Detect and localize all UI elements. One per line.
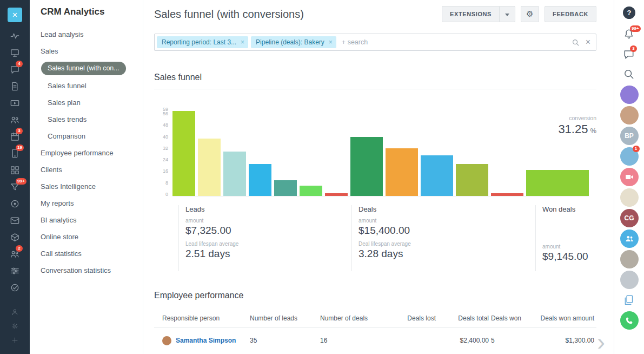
funnel-bar-leads[interactable] [223, 152, 246, 196]
automation-icon[interactable] [10, 266, 20, 276]
sidebar-item[interactable]: Online store [30, 228, 143, 245]
apps-icon[interactable] [10, 165, 20, 175]
avatar[interactable] [620, 106, 639, 124]
funnel-section: Sales funnel conversion 31.25% 081624324… [143, 73, 614, 271]
funnel-bar-leads[interactable] [172, 111, 195, 196]
avatar[interactable] [620, 188, 639, 207]
tasks-icon[interactable] [10, 283, 20, 293]
column-header[interactable]: Deals won amount [537, 314, 596, 322]
add-icon[interactable] [11, 336, 19, 344]
sidebar-item[interactable]: Clients [30, 161, 143, 178]
avatar-bp[interactable]: BP [620, 127, 639, 145]
copy-icon[interactable] [623, 294, 635, 306]
notification-badge: 99+ [630, 25, 641, 32]
messenger-icon[interactable]: 4 [10, 64, 20, 75]
workgroups-icon[interactable] [10, 115, 20, 125]
filter-chip[interactable]: Reporting period: Last 3...× [157, 36, 248, 48]
funnel-bar-won-deals[interactable] [526, 170, 589, 196]
stat-amount-value: $9,145.00 [542, 251, 596, 263]
sidebar-item-label: My reports [41, 199, 74, 207]
employee-section-title: Employee performance [154, 291, 596, 300]
next-page-chevron[interactable]: › [597, 330, 605, 354]
sidebar-item-label: BI analytics [41, 216, 76, 224]
remove-chip-icon[interactable]: × [329, 38, 333, 46]
sidebar-item[interactable]: Sales Intelligence [30, 178, 143, 195]
table-cell: 35 [250, 337, 320, 344]
remove-chip-icon[interactable]: × [241, 38, 244, 46]
sidebar-item[interactable]: Sales [30, 43, 143, 60]
sidebar-item[interactable]: Sales plan [30, 94, 143, 111]
sidebar-item[interactable]: Sales trends [30, 111, 143, 128]
users-app-icon[interactable] [620, 230, 639, 248]
close-button[interactable]: × [8, 8, 22, 22]
sidebar: CRM Analytics Lead analysisSalesSales fu… [30, 0, 143, 354]
person-link[interactable]: Samantha Simpson [176, 337, 236, 344]
funnel-bar-deals[interactable] [491, 193, 523, 196]
stat-lifespan-value: 2.51 days [185, 248, 335, 260]
video-icon[interactable] [10, 98, 20, 108]
filter-search-placeholder[interactable]: + search [342, 38, 572, 46]
funnel-bar-deals[interactable] [421, 155, 453, 196]
funnel-bar-deals[interactable] [456, 164, 488, 196]
table-body: Samantha Simpson3516$2,400.005$1,300.00 [154, 328, 596, 353]
mobile-icon[interactable]: 19 [10, 148, 20, 159]
sidebar-menu: Lead analysisSalesSales funnel (with con… [30, 26, 143, 279]
funnel-bar-leads[interactable] [300, 186, 322, 196]
sidebar-item[interactable]: Call statistics [30, 245, 143, 262]
avatar[interactable] [620, 271, 639, 289]
settings-button[interactable]: ⚙ [521, 6, 539, 22]
funnel-bar-leads[interactable] [198, 139, 221, 196]
mail-icon[interactable] [10, 215, 20, 226]
sidebar-item[interactable]: Sales funnel [30, 77, 143, 94]
call-button[interactable] [620, 311, 639, 330]
sidebar-item[interactable]: Employee performance [30, 145, 143, 161]
funnel-bar-leads[interactable] [274, 180, 297, 196]
profile-icon[interactable] [11, 308, 19, 316]
marketing-icon[interactable] [10, 199, 20, 209]
avatar-cg[interactable]: CG [620, 209, 639, 227]
person-cell: Samantha Simpson [154, 336, 250, 345]
video-app-icon[interactable] [620, 168, 639, 186]
filter-bar[interactable]: Reporting period: Last 3...×Pipeline (de… [154, 34, 596, 51]
crm-icon[interactable]: 99+ [10, 182, 20, 192]
avatar[interactable] [620, 250, 639, 268]
clients-icon[interactable]: 2 [10, 249, 20, 259]
search-icon[interactable] [572, 38, 580, 47]
help-button[interactable]: ? [623, 6, 635, 19]
sidebar-item-label: Comparison [48, 132, 85, 140]
column-header[interactable]: Responsible person [154, 314, 250, 322]
documents-icon[interactable] [10, 81, 20, 91]
app-root: × 431999+2 CRM Analytics Lead analysisSa… [0, 0, 644, 354]
funnel-bar-leads[interactable] [325, 193, 348, 196]
column-header[interactable]: Number of deals [320, 314, 390, 322]
funnel-bar-deals[interactable] [350, 137, 383, 196]
avatar[interactable]: 1 [620, 147, 639, 166]
right-rail: ?99+3BP1CG [614, 0, 644, 354]
clear-filter-icon[interactable]: × [586, 38, 590, 47]
extensions-dropdown-button[interactable] [499, 6, 515, 22]
sidebar-item[interactable]: Lead analysis [30, 26, 143, 43]
calendar-icon[interactable]: 3 [10, 132, 20, 142]
column-header[interactable]: Deals total [438, 314, 491, 322]
desktop-icon[interactable] [10, 48, 20, 58]
search-icon[interactable] [623, 68, 635, 81]
sidebar-item[interactable]: BI analytics [30, 212, 143, 228]
funnel-bar-deals[interactable] [386, 148, 418, 196]
filter-chip[interactable]: Pipeline (deals): Bakery× [251, 36, 336, 48]
sidebar-item[interactable]: Comparison [30, 128, 143, 145]
sidebar-item[interactable]: My reports [30, 195, 143, 212]
market-icon[interactable] [10, 232, 20, 242]
avatar[interactable] [620, 86, 639, 104]
funnel-bar-leads[interactable] [249, 164, 271, 196]
column-header[interactable]: Deals won [491, 314, 537, 322]
extensions-button[interactable]: EXTENSIONS [442, 6, 499, 22]
column-header[interactable]: Deals lost [390, 314, 438, 322]
rail-settings-icon[interactable] [11, 322, 19, 330]
column-header[interactable]: Number of leads [250, 314, 320, 322]
live-feed-icon[interactable] [10, 31, 20, 41]
sidebar-item[interactable]: Sales funnel (with con... [30, 60, 143, 77]
messages-icon[interactable]: 3 [623, 48, 635, 61]
feedback-button[interactable]: FEEDBACK [545, 6, 596, 22]
notifications-bell-icon[interactable]: 99+ [623, 28, 635, 41]
sidebar-item[interactable]: Conversation statistics [30, 262, 143, 279]
